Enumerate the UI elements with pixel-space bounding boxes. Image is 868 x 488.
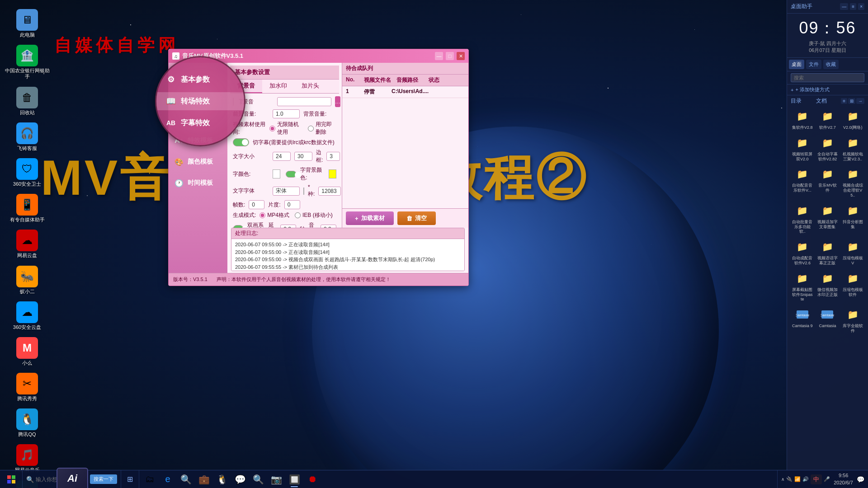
- radio-ipad-input[interactable]: [295, 212, 301, 218]
- tab-thumbnail[interactable]: 加片头: [294, 80, 326, 93]
- clear-button[interactable]: 🗑 清空: [397, 211, 436, 225]
- dir-icon-18[interactable]: Camtasia Camtasia 9: [791, 305, 814, 335]
- ime-indicator[interactable]: 中: [811, 474, 822, 484]
- subtitle-toggle[interactable]: [233, 138, 249, 146]
- radio-mp4-label[interactable]: MP4格式: [259, 211, 289, 219]
- text-icon-magnified: AB: [165, 117, 176, 128]
- taskbar-app-rec[interactable]: ⏺: [304, 471, 321, 488]
- dir-icon-20[interactable]: 📁 库字全能软件: [841, 305, 864, 335]
- action-center-icon[interactable]: 💬: [857, 476, 864, 483]
- desktop-icon-cloud[interactable]: ☁ 网易云盘: [2, 227, 52, 261]
- dir-icon-6[interactable]: 📁 自动配音音乐软件V...: [791, 164, 814, 199]
- sidebar-item-transition-magnified[interactable]: 📖 转场特效: [156, 92, 244, 110]
- dir-grid-btn[interactable]: ⊞: [848, 98, 855, 104]
- dir-icon-2[interactable]: 📁 V2.0(网络): [841, 107, 864, 131]
- color-toggle[interactable]: [286, 171, 297, 178]
- minimize-button[interactable]: —: [435, 52, 443, 60]
- desktop-icon-360cloud[interactable]: ☁ 360安全云盘: [2, 299, 52, 333]
- start-button-taskbar[interactable]: [0, 470, 23, 488]
- sidebar-item-color[interactable]: 🎨 颜色模板: [169, 152, 227, 171]
- volume-input[interactable]: [321, 225, 336, 228]
- dir-icon-17[interactable]: 📁 压缩包模板软件: [841, 269, 864, 303]
- dir-list-btn[interactable]: ≡: [841, 98, 847, 104]
- sidebar-item-timing[interactable]: 🕐 时间模板: [169, 174, 227, 192]
- nav-favorites-btn[interactable]: 收藏: [823, 60, 839, 69]
- dir-icon-15[interactable]: 📁 屏幕截贴图软件Snipaste: [791, 269, 814, 303]
- dir-icon-16[interactable]: 📁 微信视频加水印正正版: [816, 269, 840, 303]
- font-size-input[interactable]: [273, 152, 291, 161]
- dir-icon-1[interactable]: 📁 软件V2.7: [816, 107, 840, 131]
- dir-icon-5[interactable]: 📁 机视频软电三聚V2.3..: [841, 133, 864, 163]
- font-family-color[interactable]: [303, 188, 304, 195]
- desktop-icon-xiaome[interactable]: M 小么: [2, 335, 52, 368]
- dir-icon-0[interactable]: 📁 集软件V2.8: [791, 107, 814, 131]
- dir-icon-9[interactable]: 📁 自动批量音乐多功能软..: [791, 201, 814, 235]
- sidebar-item-basic-magnified[interactable]: ⚙ 基本参数: [156, 70, 244, 89]
- sidebar-item-subtitle-magnified[interactable]: AB 字幕特效: [156, 114, 244, 132]
- bg-audio-browse[interactable]: …: [335, 96, 340, 107]
- dir-icon-8[interactable]: 📁 视频合成综合处理软V5..: [841, 164, 864, 199]
- radio-free-input[interactable]: [269, 126, 275, 131]
- panel-settings-btn[interactable]: ≡: [850, 3, 856, 10]
- taskbar-app-snip[interactable]: 📷: [268, 471, 285, 488]
- dir-icon-11[interactable]: 📁 抖音分析图集: [841, 201, 864, 235]
- desktop-icon-bank[interactable]: 🏦 中国农业银行网银助手: [2, 42, 52, 82]
- radio-once-input[interactable]: [308, 126, 314, 131]
- taskbar-search-button[interactable]: 搜索一下: [90, 474, 117, 484]
- desktop-icon-ant[interactable]: 🐜 蚁小二: [2, 263, 52, 297]
- tab-watermark[interactable]: 加水印: [262, 80, 294, 93]
- border-input[interactable]: [326, 152, 340, 161]
- font-family-input[interactable]: [273, 187, 300, 196]
- dir-icon-19[interactable]: Camtasia Camtasia: [816, 305, 840, 335]
- desktop-icon-computer[interactable]: 🖥 此电脑: [2, 7, 52, 40]
- taskbar-app-rect[interactable]: 🔲: [286, 471, 303, 488]
- frame-size-input[interactable]: [284, 200, 300, 209]
- taskbar-app-ie[interactable]: e: [159, 471, 176, 488]
- taskbar-clock[interactable]: 9:56 2020/6/7: [834, 472, 853, 486]
- dir-icon-14[interactable]: 📁 压缩包模板V: [841, 237, 864, 267]
- font-count-input[interactable]: [318, 187, 341, 196]
- expand-tray-icon[interactable]: ∧: [781, 477, 784, 482]
- maximize-button[interactable]: □: [446, 52, 454, 60]
- radio-free-label[interactable]: 无限随机使用: [269, 121, 302, 136]
- taskbar-app-wecom[interactable]: 💼: [195, 471, 212, 488]
- taskbar-task-view[interactable]: ⊞: [121, 470, 139, 488]
- dir-icon-4[interactable]: 📁 全自动字幕软件V2.82: [816, 133, 840, 163]
- taskbar-app-file[interactable]: 🗂: [141, 471, 158, 488]
- font-color-picker[interactable]: [273, 169, 280, 178]
- taskbar-app-sogou[interactable]: 🔍: [250, 471, 267, 488]
- ai-icon-button[interactable]: Ai: [57, 468, 88, 488]
- log-content[interactable]: 2020-06-07 09:55:00 -> 正在读取音频[14#] 2020-…: [231, 239, 464, 271]
- add-material-button[interactable]: + 加载素材: [346, 211, 394, 225]
- panel-minimize-btn[interactable]: —: [840, 3, 848, 10]
- radio-once-label[interactable]: 用完即删除: [308, 121, 336, 136]
- delay-input[interactable]: [280, 225, 296, 228]
- dir-icon-10[interactable]: 📁 视频话加字文章图集: [816, 201, 840, 235]
- dual-screen-toggle[interactable]: [233, 225, 244, 228]
- frame-start-input[interactable]: [249, 200, 264, 209]
- dir-icon-12[interactable]: 📁 自动成配音 软件V2.6: [791, 237, 814, 267]
- dir-icon-3[interactable]: 📁 视频转双屏双V2.0: [791, 133, 814, 163]
- taskbar-app-search[interactable]: 🔍: [177, 471, 194, 488]
- taskbar-app-wechat[interactable]: 💬: [231, 471, 249, 488]
- radio-mp4-input[interactable]: [259, 212, 265, 218]
- nav-file-btn[interactable]: 文件: [806, 60, 821, 69]
- taskbar-app-qq[interactable]: 🐧: [213, 471, 231, 488]
- radio-ipad-label[interactable]: IEB (移动小): [295, 211, 333, 219]
- font-bg-color-picker[interactable]: [329, 169, 336, 178]
- queue-row-1[interactable]: 1 停雷 C:\Users\Ad....: [342, 86, 468, 98]
- desktop-icon-qq[interactable]: 🐧 腾讯QQ: [2, 406, 52, 440]
- dir-icon-13[interactable]: 📁 视频语话字幕正正版: [816, 237, 840, 267]
- panel-close-btn[interactable]: ×: [858, 3, 864, 10]
- nav-desktop-btn[interactable]: 桌面: [789, 60, 804, 69]
- dir-expand-btn[interactable]: →: [856, 98, 864, 104]
- fg-volume-input[interactable]: [273, 109, 300, 118]
- desktop-icon-meitu[interactable]: ✂ 腾讯秀秀: [2, 371, 52, 404]
- right-panel-search[interactable]: [791, 73, 864, 82]
- bg-audio-input[interactable]: [277, 97, 331, 106]
- font-height-input[interactable]: [294, 152, 312, 161]
- close-button[interactable]: ✕: [457, 52, 465, 60]
- add-shortcut[interactable]: + + 添加快捷方式: [787, 84, 868, 95]
- desktop-icon-recycle[interactable]: 🗑 回收站: [2, 84, 52, 118]
- dir-icon-7[interactable]: 📁 音乐MV软件: [816, 164, 840, 199]
